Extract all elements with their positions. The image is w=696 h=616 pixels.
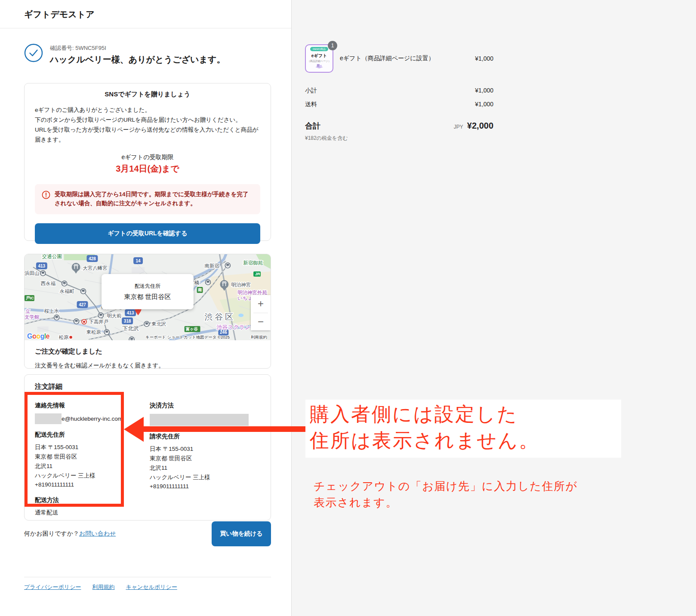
billing-address: 日本 〒155-0031 東京都 世田谷区 北沢11 ハックルベリー 三上様 +… <box>150 444 260 491</box>
total-row: 合計 JPY¥2,000 <box>305 121 493 131</box>
map-badge-minami: 南 <box>198 287 202 292</box>
contact-email: e@huckleberry-inc.com <box>62 416 123 422</box>
map-label-bungakukan: 文学館 <box>25 314 39 320</box>
store-name-link[interactable]: ギフトデモストア <box>24 9 95 20</box>
map-label-tatsu: 立 <box>25 308 30 314</box>
order-details-left-column: 連絡先情報 e@huckleberry-inc.com 配送先住所 日本 〒15… <box>35 395 150 517</box>
contact-us-link[interactable]: お問い合わせ <box>79 530 116 537</box>
sns-body-line1: eギフトのご購入ありがとうございました。 <box>35 105 260 115</box>
map-card-title: 配送先住所 <box>135 283 160 290</box>
delivery-map[interactable]: 428 413 14 427 413 318 246 戸IC 南 富ヶ谷 JR <box>25 254 271 340</box>
warning-text: 受取期限は購入完了から14日間です。期限までに受取主様が手続きを完了されない場合… <box>55 190 253 208</box>
quantity-badge: 1 <box>328 41 337 50</box>
gift-url-button[interactable]: ギフトの受取URLを確認する <box>35 223 260 244</box>
map-label-sakurajosui: 桜上水 <box>44 308 59 314</box>
map-label-shimokitazawa: 下北沢 <box>122 325 139 332</box>
shipping-address: 日本 〒155-0031 東京都 世田谷区 北沢11 ハックルベリー 三上様 +… <box>35 443 150 490</box>
payment-redaction-box <box>150 414 249 426</box>
demo-badge: DEMO商品 <box>310 47 328 51</box>
map-label-higashi-kitazawa: 東北沢 <box>151 321 166 326</box>
subtotal-label: 小計 <box>305 87 317 95</box>
shipping-address-map-card: 配送先住所 東京都 世田谷区 <box>102 274 194 309</box>
checkout-thank-you-page: DEMO商品 eギフト （商品詳細ページ） 1 eギフト（商品詳細ページに設置）… <box>0 0 696 616</box>
order-details-title: 注文詳細 <box>35 382 260 391</box>
shipping-value: ¥1,000 <box>475 101 493 108</box>
contact-label: 連絡先情報 <box>35 402 150 410</box>
annotation-arrow-shaft <box>142 426 307 432</box>
sns-body-line2: 下のボタンから受け取りページのURLを商品を届けたい方へお贈りください。 <box>35 115 260 125</box>
confirmation-number: 確認番号: 5WNC5F95I <box>50 44 225 52</box>
sns-gift-title: SNSでギフトを贈りましょう <box>35 90 260 99</box>
subtotal-value: ¥1,000 <box>475 87 493 95</box>
cancel-policy-link[interactable]: キャンセルポリシー <box>126 583 177 591</box>
map-badge-to-ic: 戸IC <box>25 296 34 300</box>
map-shield-14: 14 <box>136 259 141 263</box>
order-confirmed-title: ご注文が確定しました <box>35 347 260 356</box>
map-label-shimotakaido: 下高井戸 <box>89 319 108 324</box>
tax-note: ¥182の税金を含む <box>305 135 493 142</box>
map-label-meidaimae: 明大前 <box>107 313 121 318</box>
order-summary-panel: DEMO商品 eギフト （商品詳細ページ） 1 eギフト（商品詳細ページに設置）… <box>291 0 696 616</box>
map-terms-link[interactable]: 利用規約 <box>250 335 267 339</box>
sns-gift-card: SNSでギフトを贈りましょう eギフトのご購入ありがとうございました。 下のボタ… <box>24 83 271 241</box>
order-confirmed-card: 428 413 14 427 413 318 246 戸IC 南 富ヶ谷 JR <box>24 254 271 369</box>
privacy-policy-link[interactable]: プライバシーポリシー <box>24 583 81 591</box>
annotation-arrow-head <box>124 417 144 442</box>
map-label-shibuya-ku: 渋谷区 <box>205 312 236 321</box>
thumb-title: eギフト <box>311 53 327 59</box>
map-label-nishi-eifuku: 西永福 <box>41 281 55 286</box>
check-circle-icon <box>24 43 43 62</box>
terms-link[interactable]: 利用規約 <box>92 583 114 591</box>
annotation-main-text: 購入者側には設定した 住所は表示されません。 <box>305 400 621 458</box>
shipping-label: 送料 <box>305 101 317 108</box>
product-name: eギフト（商品詳細ページに設置） <box>340 55 475 62</box>
map-label-hamadayama: 浜田山 <box>25 271 39 276</box>
product-price: ¥1,000 <box>475 55 493 62</box>
product-thumbnail: DEMO商品 eギフト （商品詳細ページ） 1 <box>305 44 333 73</box>
sns-body-line3: URLを受け取った方が受け取りページから送付先などの情報を入力いただくと商品が届… <box>35 125 260 145</box>
map-shield-318: 318 <box>124 319 131 323</box>
map-shield-246: 246 <box>220 330 227 335</box>
google-logo[interactable]: Google <box>27 333 50 340</box>
payment-method-label: 決済方法 <box>150 402 260 410</box>
total-value: ¥2,000 <box>467 121 493 130</box>
map-label-eifukucho: 永福町 <box>59 289 75 294</box>
alert-circle-icon <box>42 191 50 199</box>
map-label-omiya-hachimangu: 大宮八幡宮 <box>83 265 108 271</box>
currency-code: JPY <box>454 124 463 130</box>
deadline-warning: 受取期限は購入完了から14日間です。期限までに受取主様が手続きを完了されない場合… <box>35 184 260 214</box>
total-label: 合計 <box>305 121 320 131</box>
gift-box-illustration <box>314 63 324 69</box>
store-header: ギフトデモストア <box>0 0 291 28</box>
thank-you-title: ハックルベリー様、ありがとうございます。 <box>50 54 225 65</box>
footer-divider <box>24 577 271 577</box>
map-shield-428: 428 <box>89 256 96 261</box>
map-keyboard-shortcuts[interactable]: キーボード ショートカット <box>145 335 196 339</box>
deadline-value: 3月14日(金)まで <box>35 163 260 175</box>
confirmation-header: 確認番号: 5WNC5F95I ハックルベリー様、ありがとうございます。 <box>24 43 225 65</box>
map-zoom-control: + − <box>251 295 271 330</box>
map-label-higashi-matsubara: 東松原 <box>86 330 101 335</box>
map-label-minami-shinjuku: 南新宿 <box>205 263 219 268</box>
map-card-value: 東京都 世田谷区 <box>124 293 171 301</box>
zoom-out-button[interactable]: − <box>251 313 271 331</box>
order-confirmed-body: 注文番号を含む確認メールがまもなく届きます。 <box>35 362 260 369</box>
map-label-shibuya-scramble: 渋谷スクラン <box>216 324 250 330</box>
billing-address-label: 請求先住所 <box>150 433 260 440</box>
map-badge-tomigaya: 富ヶ谷 <box>186 326 198 331</box>
map-shield-427: 427 <box>79 302 86 307</box>
sns-gift-body: eギフトのご購入ありがとうございました。 下のボタンから受け取りページのURLを… <box>35 105 260 145</box>
footer-links: プライバシーポリシー 利用規約 キャンセルポリシー <box>24 583 177 591</box>
shipping-method-label: 配送方法 <box>35 496 150 504</box>
map-label-kotsu-koen: 交通公園 <box>42 254 62 259</box>
zoom-in-button[interactable]: + <box>251 295 271 313</box>
map-label-meiji-jingu-gaien: 明治神宮外苑 <box>237 290 267 295</box>
map-label-matsubara: 松原 <box>59 335 69 340</box>
continue-shopping-button[interactable]: 買い物を続ける <box>212 521 271 546</box>
order-details-right-column: 決済方法 請求先住所 日本 〒155-0031 東京都 世田谷区 北沢11 ハッ… <box>150 395 260 517</box>
map-label-meiji-jingu: 明治神宮 <box>231 282 251 287</box>
email-redaction-box <box>35 413 62 424</box>
line-item: DEMO商品 eギフト （商品詳細ページ） 1 eギフト（商品詳細ページに設置）… <box>305 44 493 73</box>
help-text: 何かお困りですか？お問い合わせ <box>24 530 116 538</box>
subtotal-row: 小計 ¥1,000 <box>305 87 493 95</box>
